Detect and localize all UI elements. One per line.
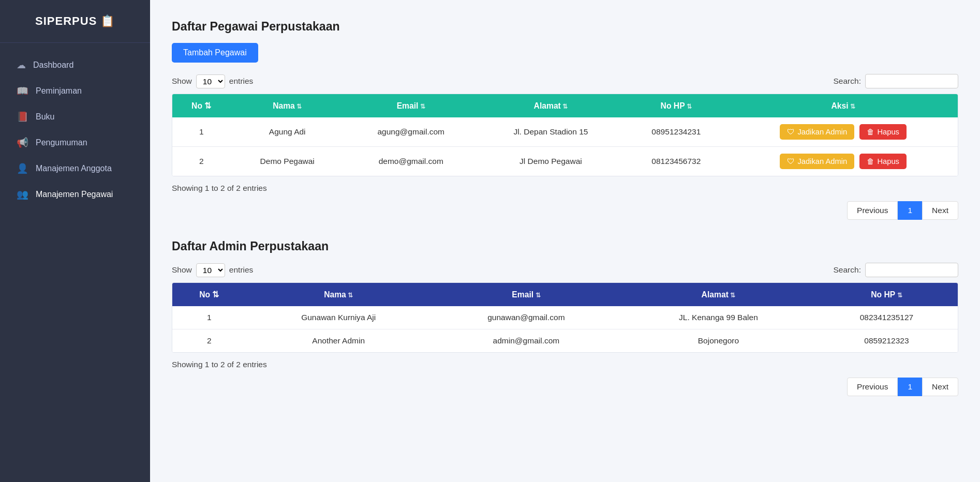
cell-email: admin@gmail.com [431, 329, 621, 353]
cell-aksi: 🛡 Jadikan Admin 🗑 Hapus [729, 147, 958, 176]
hapus-button[interactable]: 🗑 Hapus [859, 154, 907, 169]
cell-no: 2 [172, 329, 246, 353]
col-nama: Nama [230, 94, 344, 117]
cell-nama: Another Admin [246, 329, 431, 353]
admin-pagination: Previous 1 Next [172, 378, 958, 396]
sidebar: SIPERPUS 📋 ☁ Dashboard 📖 Peminjaman 📕 Bu… [0, 0, 150, 482]
pegawai-title: Daftar Pegawai Perpustakaan [172, 20, 958, 34]
cell-no: 1 [172, 306, 246, 329]
sidebar-item-label: Pengumuman [36, 138, 87, 147]
admin-table-controls: Show 10 25 50 entries Search: [172, 263, 958, 277]
admin-col-nohp: No HP [815, 283, 958, 306]
logo-text: SIPERPUS [35, 14, 97, 27]
table-row: 2 Demo Pegawai demo@gmail.com Jl Demo Pe… [172, 147, 958, 176]
entries-label: entries [229, 77, 254, 86]
hapus-button[interactable]: 🗑 Hapus [859, 124, 907, 140]
cell-email: demo@gmail.com [344, 147, 478, 176]
admin-showing-text: Showing 1 to 2 of 2 entries [172, 360, 958, 369]
pegawai-table-wrapper: No ⇅ Nama Email Alamat No HP Aksi 1 Agun… [172, 94, 958, 176]
cell-nohp: 08951234231 [623, 117, 729, 147]
pegawai-search-label: Search: [834, 77, 861, 86]
cell-alamat: Bojonegoro [621, 329, 815, 353]
admin-search-label: Search: [834, 265, 861, 275]
pengumuman-icon: 📢 [17, 137, 28, 148]
admin-show-label: Show [172, 265, 192, 275]
admin-col-alamat: Alamat [621, 283, 815, 306]
buku-icon: 📕 [17, 111, 28, 123]
sidebar-logo: SIPERPUS 📋 [0, 0, 150, 43]
shield-icon: 🛡 [787, 157, 795, 165]
logo-icon: 📋 [100, 14, 115, 27]
col-email: Email [344, 94, 478, 117]
col-nohp: No HP [623, 94, 729, 117]
admin-show-entries: Show 10 25 50 entries [172, 263, 253, 277]
pegawai-tbody: 1 Agung Adi agung@gmail.com Jl. Depan St… [172, 117, 958, 176]
sidebar-item-label: Manajemen Pegawai [36, 190, 113, 199]
cell-email: agung@gmail.com [344, 117, 478, 147]
trash-icon: 🗑 [867, 128, 874, 136]
pegawai-search-input[interactable] [865, 74, 958, 88]
cell-no: 2 [172, 147, 230, 176]
peminjaman-icon: 📖 [17, 85, 28, 97]
admin-section: Daftar Admin Perpustakaan Show 10 25 50 … [172, 239, 958, 396]
cell-alamat: Jl Demo Pegawai [478, 147, 624, 176]
admin-page-1-button[interactable]: 1 [898, 378, 922, 396]
sidebar-item-pengumuman[interactable]: 📢 Pengumuman [0, 130, 150, 156]
admin-tbody: 1 Gunawan Kurniya Aji gunawan@gmail.com … [172, 306, 958, 352]
cell-nohp: 08123456732 [623, 147, 729, 176]
cell-aksi: 🛡 Jadikan Admin 🗑 Hapus [729, 117, 958, 147]
admin-search-input[interactable] [865, 263, 958, 277]
sidebar-item-dashboard[interactable]: ☁ Dashboard [0, 52, 150, 78]
trash-icon: 🗑 [867, 157, 874, 165]
cell-alamat: Jl. Depan Stadion 15 [478, 117, 624, 147]
table-row: 2 Another Admin admin@gmail.com Bojonego… [172, 329, 958, 353]
admin-title: Daftar Admin Perpustakaan [172, 239, 958, 253]
admin-search-box: Search: [834, 263, 958, 277]
cell-no: 1 [172, 117, 230, 147]
jadikan-admin-button[interactable]: 🛡 Jadikan Admin [780, 154, 854, 169]
sidebar-nav: ☁ Dashboard 📖 Peminjaman 📕 Buku 📢 Pengum… [0, 52, 150, 207]
cell-nama: Agung Adi [230, 117, 344, 147]
pegawai-next-button[interactable]: Next [922, 201, 958, 220]
table-row: 1 Agung Adi agung@gmail.com Jl. Depan St… [172, 117, 958, 147]
sidebar-item-peminjaman[interactable]: 📖 Peminjaman [0, 78, 150, 104]
main-content: Daftar Pegawai Perpustakaan Tambah Pegaw… [150, 0, 980, 482]
pegawai-showing-text: Showing 1 to 2 of 2 entries [172, 184, 958, 193]
shield-icon: 🛡 [787, 128, 795, 136]
cell-nama: Gunawan Kurniya Aji [246, 306, 431, 329]
pegawai-table-controls: Show 10 25 50 entries Search: [172, 74, 958, 88]
table-row: 1 Gunawan Kurniya Aji gunawan@gmail.com … [172, 306, 958, 329]
col-aksi: Aksi [729, 94, 958, 117]
cell-nama: Demo Pegawai [230, 147, 344, 176]
anggota-icon: 👤 [17, 163, 28, 174]
sidebar-item-label: Manajemen Anggota [36, 164, 112, 173]
sidebar-item-label: Dashboard [33, 61, 73, 70]
admin-entries-select[interactable]: 10 25 50 [196, 263, 225, 277]
show-label: Show [172, 77, 192, 86]
sidebar-item-buku[interactable]: 📕 Buku [0, 104, 150, 130]
pegawai-show-entries: Show 10 25 50 entries [172, 74, 253, 88]
sidebar-item-label: Buku [36, 112, 54, 122]
pegawai-search-box: Search: [834, 74, 958, 88]
admin-prev-button[interactable]: Previous [847, 378, 898, 396]
sidebar-item-manajemen-anggota[interactable]: 👤 Manajemen Anggota [0, 156, 150, 182]
admin-entries-label: entries [229, 265, 254, 275]
pegawai-icon: 👥 [17, 189, 28, 200]
jadikan-admin-button[interactable]: 🛡 Jadikan Admin [780, 124, 854, 140]
admin-table: No ⇅ Nama Email Alamat No HP 1 Gunawan K… [172, 283, 958, 352]
sidebar-item-manajemen-pegawai[interactable]: 👥 Manajemen Pegawai [0, 182, 150, 207]
pegawai-section: Daftar Pegawai Perpustakaan Tambah Pegaw… [172, 20, 958, 220]
pegawai-page-1-button[interactable]: 1 [898, 201, 922, 220]
admin-col-no: No ⇅ [172, 283, 246, 306]
tambah-pegawai-button[interactable]: Tambah Pegawai [172, 43, 258, 63]
cell-nohp: 0859212323 [815, 329, 958, 353]
dashboard-icon: ☁ [17, 59, 26, 71]
cell-email: gunawan@gmail.com [431, 306, 621, 329]
pegawai-prev-button[interactable]: Previous [847, 201, 898, 220]
col-no: No ⇅ [172, 94, 230, 117]
col-alamat: Alamat [478, 94, 624, 117]
pegawai-table: No ⇅ Nama Email Alamat No HP Aksi 1 Agun… [172, 94, 958, 176]
pegawai-entries-select[interactable]: 10 25 50 [196, 74, 225, 88]
admin-next-button[interactable]: Next [922, 378, 958, 396]
admin-table-wrapper: No ⇅ Nama Email Alamat No HP 1 Gunawan K… [172, 282, 958, 353]
